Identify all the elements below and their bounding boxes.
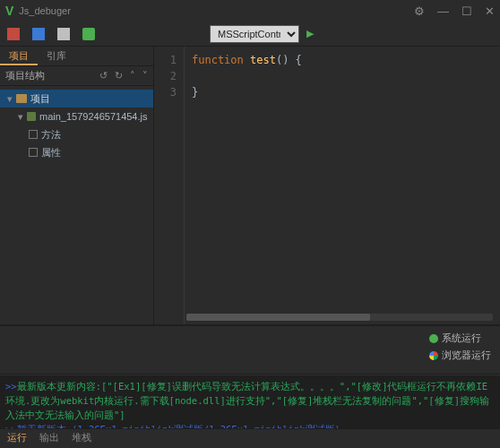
tree-root-label: 项目	[30, 92, 50, 106]
browser-run-button[interactable]: 浏览器运行	[429, 349, 491, 362]
expand-icon[interactable]: ˄	[130, 70, 135, 82]
tree-attrs[interactable]: 属性	[0, 143, 153, 161]
tree-file-label: main_1579246571454.js	[39, 111, 148, 122]
action-blue-icon[interactable]	[32, 28, 45, 40]
editor-content[interactable]: function test() { }	[185, 47, 500, 324]
title-bar: V Js_debuger ⚙ — ☐ ✕	[0, 0, 500, 22]
tab-run[interactable]: 运行	[7, 431, 27, 444]
tree-root[interactable]: ▾ 项目	[0, 90, 153, 108]
line-num: 3	[154, 84, 177, 100]
editor-gutter: 1 2 3	[154, 47, 185, 324]
tab-project[interactable]: 项目	[0, 47, 38, 65]
app-title: Js_debuger	[19, 5, 414, 16]
console-log: >>最新版本更新内容:["[Ex1][修复]误删代码导致无法计算表达式。。。。"…	[0, 375, 500, 428]
stop-icon[interactable]	[7, 28, 20, 40]
line-num: 2	[154, 68, 177, 84]
keyword: function	[192, 54, 244, 66]
method-icon	[29, 130, 38, 139]
tab-import[interactable]: 引库	[38, 47, 75, 65]
refresh-icon[interactable]: ↻	[115, 70, 123, 82]
bottom-tabs: 运行 输出 堆栈	[0, 428, 500, 446]
maximize-icon[interactable]: ☐	[461, 4, 472, 18]
settings-icon[interactable]: ⚙	[414, 4, 425, 18]
log-line: >>最新版本更新内容:["[Ex1][修复]误删代码导致无法计算表达式。。。。"…	[5, 379, 495, 422]
main-split: 项目 引库 项目结构 ↺ ↻ ˄ ˅ ▾ 项目 ▾ main_157924657…	[0, 47, 500, 324]
tree-file[interactable]: ▾ main_1579246571454.js	[0, 108, 153, 125]
sidebar: 项目 引库 项目结构 ↺ ↻ ˄ ˅ ▾ 项目 ▾ main_157924657…	[0, 47, 154, 324]
project-tree: ▾ 项目 ▾ main_1579246571454.js 方法 属性	[0, 86, 153, 165]
chrome-icon	[429, 351, 438, 360]
editor-scrollbar[interactable]	[186, 314, 493, 321]
restore-icon[interactable]: ↺	[99, 70, 108, 82]
system-run-button[interactable]: 系统运行	[429, 332, 491, 345]
tab-stack[interactable]: 堆栈	[72, 431, 91, 444]
run-icon[interactable]: ▶	[306, 28, 314, 39]
save-icon[interactable]	[57, 28, 70, 40]
minimize-icon[interactable]: —	[437, 4, 449, 18]
tree-methods[interactable]: 方法	[0, 125, 153, 143]
sidebar-header: 项目结构 ↺ ↻ ˄ ˅	[0, 66, 153, 86]
log-line: >>暂无新版本 (1.36Ex1 miniblink测试版/1.36Ex1 mi…	[5, 422, 495, 428]
tree-attrs-label: 属性	[41, 146, 61, 159]
system-run-label: 系统运行	[442, 332, 481, 345]
line-num: 1	[154, 52, 177, 68]
sidebar-tabs: 项目 引库	[0, 47, 153, 66]
func-name: test	[244, 54, 276, 66]
sidebar-header-label: 项目结构	[5, 69, 45, 82]
scroll-thumb[interactable]	[186, 314, 370, 321]
script-engine-select[interactable]: MSScriptControl	[210, 25, 299, 43]
window-controls: ⚙ — ☐ ✕	[414, 4, 495, 18]
close-icon[interactable]: ✕	[485, 4, 495, 18]
folder-icon	[16, 94, 27, 103]
share-icon[interactable]	[82, 28, 95, 40]
tree-methods-label: 方法	[41, 128, 61, 142]
js-file-icon	[27, 112, 36, 121]
toolbar: MSScriptControl ▶	[0, 22, 500, 47]
collapse-icon[interactable]: ˅	[142, 70, 148, 82]
run-panel: 系统运行 浏览器运行	[0, 324, 500, 375]
punct: () {	[276, 54, 302, 66]
code-editor[interactable]: 1 2 3 function test() { }	[154, 47, 500, 324]
play-green-icon	[429, 334, 438, 343]
attr-icon	[29, 148, 38, 157]
tab-output[interactable]: 输出	[39, 431, 59, 444]
app-logo: V	[5, 4, 13, 18]
browser-run-label: 浏览器运行	[442, 349, 491, 362]
punct-close: }	[192, 86, 198, 99]
